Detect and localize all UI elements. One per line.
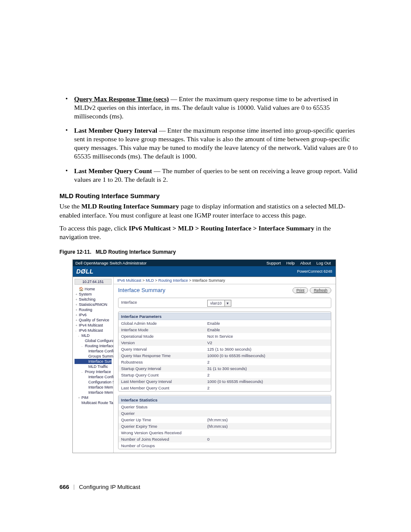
nav-item[interactable]: Groups Summa bbox=[75, 354, 112, 359]
nav-item-label: Routing bbox=[79, 308, 92, 312]
nav-item[interactable]: Interface Summ bbox=[75, 359, 112, 364]
row-label: Version bbox=[121, 340, 207, 345]
nav-item[interactable]: Interface Membe bbox=[75, 385, 112, 390]
collapse-icon[interactable]: - bbox=[81, 370, 85, 374]
page-number: 666 bbox=[59, 484, 69, 490]
nav-item[interactable]: +PIM bbox=[75, 395, 112, 400]
nav-item[interactable]: MLD Traffic bbox=[75, 364, 112, 369]
nav-item-label: MLD Traffic bbox=[88, 364, 108, 369]
expand-icon[interactable]: + bbox=[75, 324, 79, 327]
refresh-button[interactable]: Refresh bbox=[310, 287, 331, 293]
breadcrumb: IPv6 Multicast > MLD > Routing Interface… bbox=[114, 277, 336, 284]
table-row: Global Admin ModeEnable bbox=[118, 320, 331, 327]
nav-item[interactable]: Multicast Route Table bbox=[75, 400, 112, 405]
expand-icon[interactable]: + bbox=[78, 396, 81, 400]
about-link[interactable]: About bbox=[298, 261, 313, 265]
table-row: Query Interval125 (1 to 3600 seconds) bbox=[118, 346, 331, 352]
dell-logo: DØLL bbox=[76, 268, 93, 275]
nav-item-label: Interface Configu bbox=[88, 375, 114, 379]
nav-item-label: Interface Membe bbox=[88, 390, 114, 395]
crumb[interactable]: IPv6 Multicast bbox=[117, 278, 141, 283]
nav-item[interactable]: Interface Configu bbox=[75, 374, 112, 380]
nav-item[interactable]: +IPv4 Multicast bbox=[75, 323, 112, 328]
device-ip: 10.27.64.151 bbox=[75, 279, 112, 285]
nav-item[interactable]: -MLD bbox=[75, 333, 112, 338]
nav-item-label: IPv6 Multicast bbox=[79, 328, 103, 333]
bullet-term: Last Member Query Interval bbox=[74, 127, 157, 134]
interface-statistics-panel: Interface Statistics Querier StatusQueri… bbox=[118, 395, 331, 449]
nav-item[interactable]: Interface Configu bbox=[75, 348, 112, 354]
row-label: Last Member Query Count bbox=[121, 386, 207, 390]
row-value: Enable bbox=[207, 321, 328, 326]
nav-item[interactable]: -Proxy Interface bbox=[75, 369, 112, 374]
bullet-item: Last Member Query Interval — Enter the m… bbox=[59, 126, 359, 160]
interface-select[interactable]: vlan10 ▾ bbox=[207, 300, 231, 307]
row-value bbox=[207, 430, 328, 435]
nav-item-label: Switching bbox=[79, 297, 96, 302]
nav-item[interactable]: +Statistics/RMON bbox=[75, 302, 112, 307]
table-row: Interface ModeEnable bbox=[118, 327, 331, 333]
nav-item[interactable]: 🏠 Home bbox=[75, 286, 112, 292]
figure-caption: Figure 12-11. MLD Routing Interface Summ… bbox=[59, 249, 359, 255]
nav-item-label: Configuration Su bbox=[88, 380, 114, 384]
nav-item[interactable]: +Quality of Service bbox=[75, 317, 112, 323]
table-row: Operational ModeNot In Service bbox=[118, 333, 331, 339]
window-titlebar: Dell OpenManage Switch Administrator Sup… bbox=[73, 260, 336, 266]
crumb-current: Interface Summary bbox=[192, 278, 225, 283]
table-row: Query Max Response Time10000 (0 to 65535… bbox=[118, 352, 331, 359]
crumb[interactable]: Routing Interface bbox=[159, 278, 188, 283]
table-row: Querier Status bbox=[118, 404, 331, 410]
support-link[interactable]: Support bbox=[265, 261, 283, 265]
app-screenshot: Dell OpenManage Switch Administrator Sup… bbox=[72, 259, 336, 453]
collapse-icon[interactable]: - bbox=[81, 344, 85, 348]
row-label: Global Admin Mode bbox=[121, 321, 207, 326]
nav-item[interactable]: Global Configuratio bbox=[75, 338, 112, 343]
nav-item-label: Groups Summa bbox=[88, 354, 114, 358]
row-label: Querier bbox=[121, 411, 207, 416]
nav-item[interactable]: +Switching bbox=[75, 297, 112, 302]
nav-item[interactable]: -IPv6 Multicast bbox=[75, 328, 112, 333]
row-label: Interface Mode bbox=[121, 327, 207, 332]
nav-item[interactable]: Interface Membe bbox=[75, 390, 112, 395]
row-label: Query Max Response Time bbox=[121, 353, 207, 358]
table-row: Number of Joins Received0 bbox=[118, 436, 331, 442]
expand-icon[interactable]: + bbox=[75, 313, 79, 317]
row-value: (hh:mm:ss) bbox=[207, 417, 328, 422]
help-link[interactable]: Help bbox=[284, 261, 297, 265]
row-label: Wrong Version Queries Received bbox=[121, 430, 207, 435]
crumb[interactable]: MLD bbox=[146, 278, 154, 283]
nav-item[interactable]: Configuration Su bbox=[75, 380, 112, 385]
panel-header: Interface Parameters bbox=[118, 313, 331, 320]
row-value: Enable bbox=[207, 327, 328, 332]
bullet-term: Last Member Query Count bbox=[74, 167, 152, 174]
nav-item[interactable]: +System bbox=[75, 292, 112, 297]
nav-item[interactable]: +IPv6 bbox=[75, 312, 112, 317]
table-row: Last Member Query Count2 bbox=[118, 385, 331, 391]
row-label: Querier Expiry Time bbox=[121, 424, 207, 429]
table-row: Querier bbox=[118, 410, 331, 417]
nav-item[interactable]: +Routing bbox=[75, 307, 112, 312]
logout-link[interactable]: Log Out bbox=[314, 261, 333, 265]
expand-icon[interactable]: + bbox=[75, 298, 79, 302]
row-value: 1000 (0 to 65535 milliseconds) bbox=[207, 379, 328, 384]
body-paragraph: Use the MLD Routing Interface Summary pa… bbox=[59, 202, 359, 219]
bullet-item: Query Max Response Time (secs) — Enter t… bbox=[59, 95, 359, 120]
collapse-icon[interactable]: - bbox=[78, 334, 81, 338]
nav-item[interactable]: -Routing Interface bbox=[75, 343, 112, 348]
table-row: Querier Up Time(hh:mm:ss) bbox=[118, 417, 331, 423]
expand-icon[interactable]: + bbox=[75, 308, 79, 312]
section-heading: MLD Routing Interface Summary bbox=[59, 192, 359, 199]
expand-icon[interactable]: + bbox=[75, 318, 79, 322]
collapse-icon[interactable]: - bbox=[75, 329, 79, 333]
panel-header: Interface Statistics bbox=[118, 396, 331, 404]
expand-icon[interactable]: + bbox=[75, 303, 79, 307]
expand-icon[interactable]: + bbox=[75, 292, 79, 296]
print-button[interactable]: Print bbox=[293, 287, 308, 293]
nav-item-label: PIM bbox=[81, 395, 88, 400]
interface-parameters-panel: Interface Parameters Global Admin ModeEn… bbox=[118, 311, 331, 392]
interface-label: Interface bbox=[121, 300, 207, 307]
nav-tree[interactable]: 10.27.64.151 🏠 Home+System+Switching+Sta… bbox=[73, 277, 114, 453]
row-label: Querier Status bbox=[121, 404, 207, 409]
nav-item-label: Global Configuratio bbox=[85, 339, 114, 343]
bullet-item: Last Member Query Count — The number of … bbox=[59, 167, 359, 184]
